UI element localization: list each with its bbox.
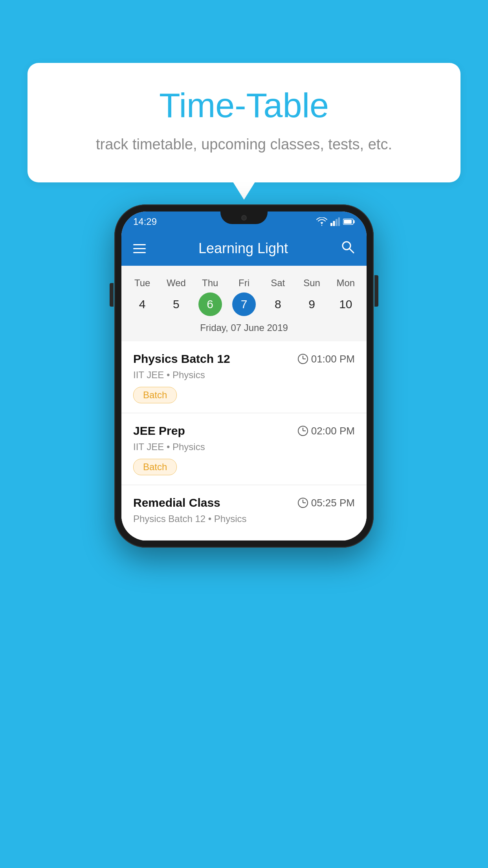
schedule-item[interactable]: JEE Prep 02:00 PM IIT JEE • Physics Batc…: [121, 413, 367, 485]
schedule-item-title: Remedial Class: [133, 496, 220, 509]
day-number[interactable]: 7: [232, 292, 256, 316]
day-col-4[interactable]: Tue4: [127, 278, 158, 316]
front-camera: [241, 215, 247, 221]
day-name: Sat: [271, 278, 285, 289]
svg-rect-0: [330, 223, 332, 226]
day-col-6[interactable]: Thu6: [194, 278, 226, 316]
bubble-title: Time-Table: [59, 86, 429, 125]
day-name: Tue: [134, 278, 150, 289]
schedule-list: Physics Batch 12 01:00 PM IIT JEE • Phys…: [121, 341, 367, 541]
batch-badge: Batch: [133, 459, 177, 475]
speech-bubble-section: Time-Table track timetable, upcoming cla…: [28, 63, 460, 182]
search-button[interactable]: [341, 240, 355, 257]
day-number[interactable]: 10: [334, 292, 358, 316]
day-col-7[interactable]: Fri7: [228, 278, 260, 316]
time-text: 05:25 PM: [311, 497, 355, 509]
clock-icon: [298, 354, 308, 364]
wifi-icon: [316, 217, 327, 226]
day-name: Wed: [167, 278, 186, 289]
day-col-8[interactable]: Sat8: [262, 278, 294, 316]
schedule-item-time: 05:25 PM: [298, 497, 355, 509]
app-bar-title: Learning Light: [158, 240, 329, 257]
selected-date-label: Friday, 07 June 2019: [121, 316, 367, 341]
svg-rect-2: [336, 219, 338, 226]
day-col-10[interactable]: Mon10: [330, 278, 361, 316]
day-number[interactable]: 5: [164, 292, 188, 316]
day-name: Fri: [238, 278, 250, 289]
schedule-item-time: 02:00 PM: [298, 425, 355, 437]
time-text: 02:00 PM: [311, 425, 355, 437]
time-text: 01:00 PM: [311, 353, 355, 365]
battery-icon: [343, 218, 355, 225]
days-header: Tue4Wed5Thu6Fri7Sat8Sun9Mon10: [121, 274, 367, 316]
schedule-item[interactable]: Remedial Class 05:25 PM Physics Batch 12…: [121, 485, 367, 541]
day-col-5[interactable]: Wed5: [160, 278, 192, 316]
svg-rect-5: [354, 220, 355, 223]
clock-icon: [298, 498, 308, 508]
schedule-item-title: JEE Prep: [133, 424, 185, 438]
day-name: Mon: [336, 278, 355, 289]
day-number[interactable]: 8: [266, 292, 290, 316]
phone-outer: 14:29: [114, 204, 374, 548]
schedule-item-header: Physics Batch 12 01:00 PM: [133, 352, 355, 366]
status-time: 14:29: [133, 216, 157, 227]
status-icons: [316, 217, 355, 226]
batch-badge: Batch: [133, 387, 177, 403]
schedule-item-header: Remedial Class 05:25 PM: [133, 496, 355, 509]
day-col-9[interactable]: Sun9: [296, 278, 328, 316]
schedule-subject: IIT JEE • Physics: [133, 370, 355, 381]
app-bar: Learning Light: [121, 231, 367, 266]
schedule-item-header: JEE Prep 02:00 PM: [133, 424, 355, 438]
speech-bubble: Time-Table track timetable, upcoming cla…: [28, 63, 460, 182]
svg-rect-3: [338, 217, 340, 226]
phone-notch: [220, 211, 268, 224]
clock-icon: [298, 426, 308, 436]
signal-icon: [330, 217, 340, 226]
bubble-subtitle: track timetable, upcoming classes, tests…: [59, 134, 429, 155]
calendar-section: Tue4Wed5Thu6Fri7Sat8Sun9Mon10 Friday, 07…: [121, 266, 367, 341]
phone-mockup: 14:29: [114, 204, 374, 548]
svg-rect-6: [344, 220, 352, 224]
schedule-subject: IIT JEE • Physics: [133, 441, 355, 452]
hamburger-menu-icon[interactable]: [133, 244, 146, 253]
svg-rect-1: [333, 221, 335, 226]
day-name: Sun: [303, 278, 320, 289]
svg-line-8: [350, 249, 354, 253]
day-number[interactable]: 4: [130, 292, 154, 316]
day-number[interactable]: 9: [300, 292, 324, 316]
phone-screen: 14:29: [121, 211, 367, 541]
schedule-subject: Physics Batch 12 • Physics: [133, 513, 355, 524]
day-number[interactable]: 6: [198, 292, 222, 316]
schedule-item[interactable]: Physics Batch 12 01:00 PM IIT JEE • Phys…: [121, 341, 367, 413]
schedule-item-time: 01:00 PM: [298, 353, 355, 365]
day-name: Thu: [202, 278, 218, 289]
schedule-item-title: Physics Batch 12: [133, 352, 230, 366]
